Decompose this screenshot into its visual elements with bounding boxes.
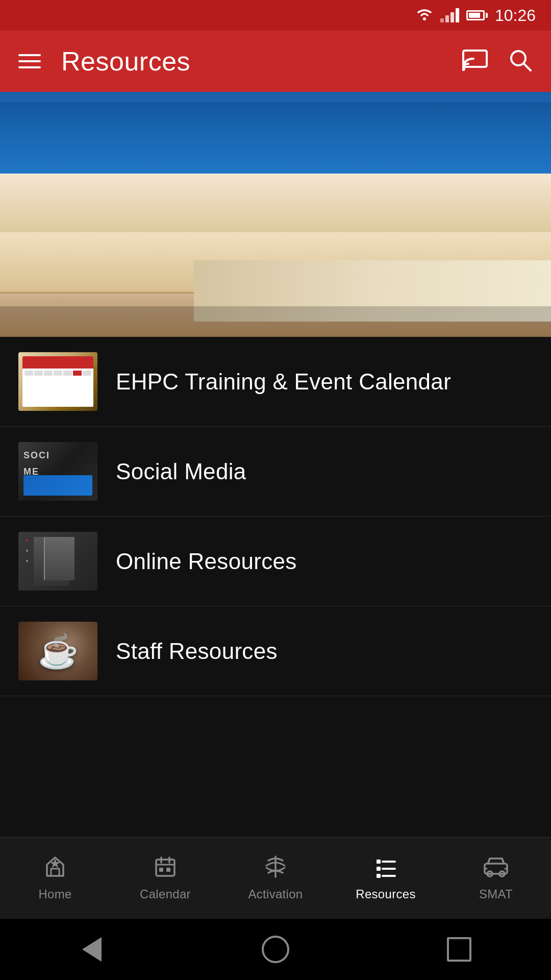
nav-label-smat: SMAT xyxy=(479,887,513,901)
menu-label-social-media: Social Media xyxy=(116,459,246,484)
svg-rect-6 xyxy=(156,860,174,876)
hero-image xyxy=(0,92,551,337)
svg-rect-15 xyxy=(377,867,381,871)
svg-point-0 xyxy=(423,17,426,20)
menu-item-staff-resources[interactable]: Staff Resources xyxy=(0,606,551,696)
search-button[interactable] xyxy=(508,48,533,75)
nav-label-home: Home xyxy=(38,887,71,901)
recent-button[interactable] xyxy=(439,934,480,965)
status-icons: 10:26 xyxy=(416,6,536,25)
calendar-nav-icon xyxy=(154,855,177,883)
wifi-icon xyxy=(416,7,433,23)
svg-rect-13 xyxy=(377,860,381,864)
svg-rect-11 xyxy=(166,868,170,872)
menu-list: EHPC Training & Event Calendar Social Me… xyxy=(0,337,551,696)
app-bar: Resources xyxy=(0,31,551,92)
menu-button[interactable] xyxy=(18,54,41,68)
nav-item-calendar[interactable]: Calendar xyxy=(110,847,220,910)
cast-button[interactable] xyxy=(462,50,488,73)
smat-nav-icon xyxy=(483,855,509,883)
resources-nav-icon xyxy=(374,855,397,883)
page-title: Resources xyxy=(61,46,442,77)
status-time: 10:26 xyxy=(495,6,536,25)
status-bar: 10:26 xyxy=(0,0,551,31)
svg-line-4 xyxy=(523,63,531,70)
svg-rect-10 xyxy=(159,868,163,872)
menu-thumb-social xyxy=(18,442,97,501)
menu-item-online-resources[interactable]: Online Resources xyxy=(0,517,551,606)
menu-thumb-staff xyxy=(18,622,97,680)
nav-label-calendar: Calendar xyxy=(140,887,191,901)
signal-icon xyxy=(440,8,459,22)
nav-item-activation[interactable]: Activation xyxy=(220,847,331,910)
bottom-nav: Home Calendar Activation xyxy=(0,837,551,919)
battery-icon xyxy=(466,10,488,20)
activation-nav-icon xyxy=(264,855,287,883)
menu-label-online-resources: Online Resources xyxy=(116,549,297,574)
menu-thumb-calendar xyxy=(18,352,97,411)
home-nav-icon xyxy=(44,855,66,883)
back-button[interactable] xyxy=(71,934,112,965)
app-bar-actions xyxy=(462,48,533,75)
menu-thumb-online xyxy=(18,532,97,591)
nav-item-smat[interactable]: SMAT xyxy=(441,847,551,910)
nav-label-resources: Resources xyxy=(356,887,415,901)
menu-label-staff-resources: Staff Resources xyxy=(116,639,278,664)
nav-item-resources[interactable]: Resources xyxy=(331,847,441,910)
menu-item-ehpc-calendar[interactable]: EHPC Training & Event Calendar xyxy=(0,337,551,427)
nav-label-activation: Activation xyxy=(248,887,303,901)
system-nav xyxy=(0,919,551,980)
nav-item-home[interactable]: Home xyxy=(0,847,110,910)
svg-rect-17 xyxy=(377,874,381,878)
menu-item-social-media[interactable]: Social Media xyxy=(0,427,551,517)
home-button[interactable] xyxy=(255,934,296,965)
menu-label-ehpc-calendar: EHPC Training & Event Calendar xyxy=(116,369,451,395)
